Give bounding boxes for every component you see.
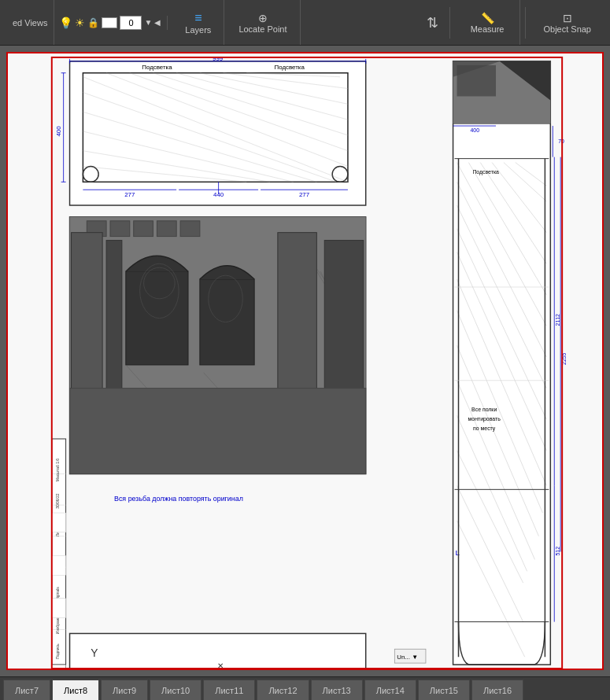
- svg-text:Подсветка: Подсветка: [142, 64, 172, 71]
- layers-label: Layers: [185, 25, 211, 35]
- svg-text:L: L: [456, 548, 460, 557]
- layer-options-arrow[interactable]: ◀: [154, 18, 161, 27]
- svg-text:400: 400: [471, 127, 480, 133]
- layer-dropdown-arrow[interactable]: ▼: [144, 18, 152, 27]
- svg-text:2112: 2112: [555, 314, 560, 326]
- svg-rect-119: [70, 389, 366, 474]
- svg-text:70: 70: [558, 138, 564, 144]
- svg-rect-17: [83, 73, 348, 182]
- lock-icon[interactable]: 🔒: [87, 17, 99, 28]
- svg-rect-55: [457, 65, 496, 97]
- svg-rect-101: [134, 221, 153, 237]
- svg-rect-129: [52, 555, 66, 575]
- svg-rect-102: [157, 221, 176, 237]
- svg-text:по месту: по месту: [473, 426, 496, 432]
- svg-text:монтировать: монтировать: [468, 416, 501, 422]
- locate-point-button[interactable]: ⊕ Locate Point: [226, 0, 300, 45]
- svg-text:Y: Y: [91, 647, 98, 659]
- drawing-svg: Масштаб 1:6 30/06/22 Лист Чертёж Origina…: [8, 53, 602, 669]
- svg-rect-130: [52, 599, 66, 618]
- measure-label: Measure: [471, 24, 505, 34]
- tab-list16[interactable]: Лист16: [471, 680, 523, 700]
- svg-text:Подсветка: Подсветка: [275, 64, 305, 71]
- measure-button[interactable]: 📏 Measure: [455, 0, 521, 45]
- main-toolbar: ed Views 💡 ☀ 🔒 ▼ ◀ ≡ Layers ⊕ Locate Poi…: [0, 0, 610, 46]
- tab-list13[interactable]: Лист13: [311, 680, 363, 700]
- tab-list9[interactable]: Лист9: [101, 680, 148, 700]
- drawing-canvas[interactable]: Масштаб 1:6 30/06/22 Лист Чертёж Origina…: [6, 52, 604, 670]
- locate-label: Locate Point: [238, 24, 287, 34]
- tab-list14[interactable]: Лист14: [364, 680, 416, 700]
- svg-text:400: 400: [55, 126, 62, 137]
- sun-icon[interactable]: ☀: [75, 17, 85, 29]
- svg-text:277: 277: [124, 191, 135, 198]
- views-section: ed Views: [6, 0, 54, 45]
- svg-text:512: 512: [555, 547, 560, 556]
- objsnap-label: Object Snap: [543, 24, 591, 34]
- color-swatch[interactable]: [102, 17, 117, 28]
- bulb-icon[interactable]: 💡: [59, 17, 72, 29]
- svg-text:999: 999: [213, 55, 224, 62]
- tab-list8[interactable]: Лист8: [52, 680, 99, 700]
- svg-text:30/06/22: 30/06/22: [56, 493, 60, 508]
- svg-text:Масштаб 1:6: Масштаб 1:6: [56, 459, 60, 482]
- svg-text:✕: ✕: [217, 661, 224, 669]
- tab-list12[interactable]: Лист12: [257, 680, 309, 700]
- layers-button[interactable]: ≡ Layers: [172, 0, 224, 45]
- svg-rect-100: [110, 221, 130, 237]
- tab-list10[interactable]: Лист10: [150, 680, 201, 700]
- svg-text:Un... ▼: Un... ▼: [397, 654, 418, 661]
- main-drawing-area: Масштаб 1:6 30/06/22 Лист Чертёж Origina…: [0, 46, 610, 676]
- svg-text:277: 277: [299, 191, 309, 198]
- svg-rect-128: [52, 513, 66, 532]
- svg-rect-103: [180, 221, 200, 237]
- tab-list7[interactable]: Лист7: [3, 680, 50, 700]
- sheet-tabs-bar: Лист7 Лист8 Лист9 Лист10 Лист11 Лист12 Л…: [0, 676, 610, 700]
- svg-text:Вся резьба должна повторять ор: Вся резьба должна повторять оригинал: [114, 495, 243, 503]
- navigate-up-button[interactable]: ⇅: [420, 14, 445, 31]
- svg-text:Все полки: Все полки: [471, 407, 497, 412]
- named-views-label: ed Views: [13, 18, 47, 28]
- object-snap-button[interactable]: ⊡ Object Snap: [531, 0, 604, 45]
- layer-number-input[interactable]: [120, 16, 142, 30]
- svg-text:Подсветка: Подсветка: [472, 169, 499, 175]
- tab-list11[interactable]: Лист11: [203, 680, 255, 700]
- layer-controls: 💡 ☀ 🔒 ▼ ◀: [56, 16, 168, 30]
- svg-text:Подпись: Подпись: [56, 643, 60, 659]
- tab-list15[interactable]: Лист15: [418, 680, 470, 700]
- svg-rect-50: [453, 61, 551, 665]
